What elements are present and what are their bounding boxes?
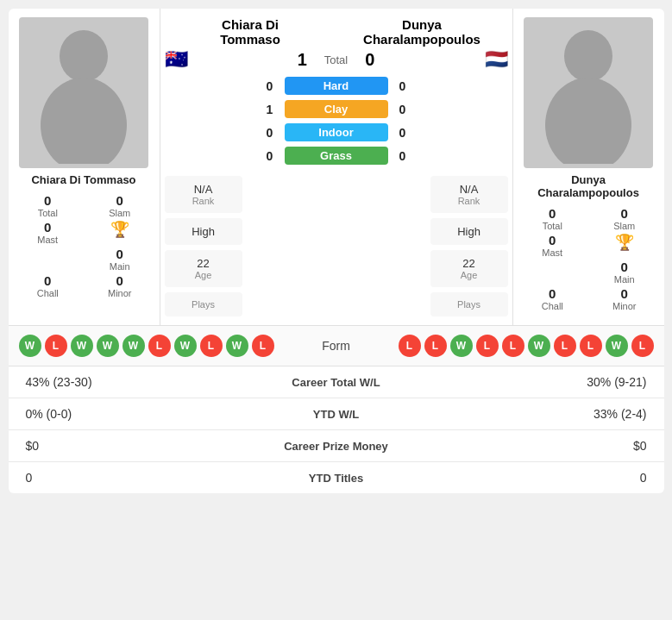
p1-total-score: 1 bbox=[298, 50, 307, 70]
high-stats: High High bbox=[165, 218, 508, 245]
player2-chall: 0 bbox=[549, 286, 556, 301]
stats-right-3: 0 bbox=[423, 471, 647, 485]
grass-row: 0 Grass 0 bbox=[165, 147, 508, 165]
form-badge: W bbox=[97, 335, 119, 357]
player2-minor: 0 bbox=[621, 286, 628, 301]
stats-left-1: 0% (0-0) bbox=[26, 407, 250, 421]
p1-plays-label: Plays bbox=[192, 299, 215, 310]
p1-high-val: High bbox=[192, 225, 215, 238]
player2-slam-label: Slam bbox=[613, 221, 635, 231]
player1-section: Chiara Di Tommaso 0 Total 0 Slam 0 Mast … bbox=[9, 9, 160, 325]
p1-flag-score: 🇦🇺 bbox=[165, 48, 188, 71]
stats-row: 0% (0-0)YTD W/L33% (2-4) bbox=[9, 398, 664, 430]
form-badge: L bbox=[424, 335, 447, 357]
stats-right-1: 33% (2-4) bbox=[423, 407, 647, 421]
player2-mast-label: Mast bbox=[542, 247, 562, 258]
p2-name-center: DunyaCharalampopoulos bbox=[336, 17, 508, 47]
age-stats: 22 Age 22 Age bbox=[165, 250, 508, 287]
hard-row: 0 Hard 0 bbox=[165, 77, 508, 95]
p1-rank-val: N/A bbox=[194, 183, 213, 196]
player2-slam-cell: 0 Slam bbox=[592, 206, 657, 231]
player2-minor-cell: 0 Minor bbox=[592, 286, 657, 311]
p1-rank-stat: N/A Rank bbox=[165, 176, 242, 213]
clay-row: 1 Clay 0 bbox=[165, 100, 508, 118]
player2-mast: 0 bbox=[549, 233, 556, 247]
player2-slam: 0 bbox=[621, 206, 628, 221]
stats-center-0: Career Total W/L bbox=[250, 376, 423, 389]
svg-point-3 bbox=[545, 78, 631, 164]
form-badge: W bbox=[71, 335, 93, 357]
p2-flag-score: 🇳🇱 bbox=[485, 48, 508, 71]
p2-plays-stat: Plays bbox=[430, 292, 508, 316]
stats-right-2: $0 bbox=[423, 439, 647, 453]
form-badge: W bbox=[528, 335, 550, 357]
stats-section: 43% (23-30)Career Total W/L30% (9-21)0% … bbox=[9, 366, 664, 493]
total-scores: 1 Total 0 bbox=[298, 50, 375, 70]
player1-main-cell: 0 Main bbox=[87, 247, 153, 272]
form-badge: W bbox=[450, 335, 473, 357]
p2-high-stat: High bbox=[430, 218, 508, 245]
hard-badge: Hard bbox=[285, 77, 388, 95]
stats-center-2: Career Prize Money bbox=[250, 440, 423, 453]
p2-form-badges: LLWLLWLLWL bbox=[388, 335, 654, 357]
p2-high-val: High bbox=[457, 225, 480, 238]
player1-main-label: Main bbox=[110, 261, 130, 272]
player1-total-cell: 0 Total bbox=[16, 193, 81, 218]
form-badge: L bbox=[200, 335, 223, 357]
indoor-row: 0 Indoor 0 bbox=[165, 123, 508, 141]
p2-total-score: 0 bbox=[365, 50, 374, 70]
form-row: WLWWWLWLWL Form LLWLLWLLWL bbox=[9, 326, 664, 366]
p1-name-center: Chiara DiTommaso bbox=[165, 17, 336, 47]
form-badge: W bbox=[174, 335, 197, 357]
p2-plays-label: Plays bbox=[457, 299, 480, 310]
plays-stats: Plays Plays bbox=[165, 292, 508, 316]
player2-total-label: Total bbox=[543, 221, 562, 231]
indoor-right: 0 bbox=[395, 126, 411, 140]
form-badge: L bbox=[252, 335, 274, 357]
stats-right-0: 30% (9-21) bbox=[423, 375, 647, 389]
player2-section: Dunya Charalampopoulos 0 Total 0 Slam 0 … bbox=[513, 9, 664, 325]
player1-total-label: Total bbox=[38, 208, 58, 218]
clay-right: 0 bbox=[395, 103, 411, 116]
form-badge: W bbox=[606, 335, 628, 357]
clay-badge: Clay bbox=[285, 100, 388, 118]
player1-minor: 0 bbox=[116, 273, 123, 288]
p1-form-badges: WLWWWLWLWL bbox=[19, 335, 285, 357]
player1-slam: 0 bbox=[116, 193, 123, 208]
trophy-icon-1: 🏆 bbox=[110, 220, 129, 239]
form-badge: L bbox=[45, 335, 67, 357]
player2-mast-cell: 0 Mast bbox=[520, 233, 586, 258]
player2-total: 0 bbox=[549, 206, 556, 221]
svg-point-1 bbox=[41, 78, 127, 164]
form-badge: L bbox=[554, 335, 576, 357]
trophy-icon-2: 🏆 bbox=[615, 233, 634, 252]
player2-total-cell: 0 Total bbox=[520, 206, 586, 231]
player2-photo bbox=[524, 17, 653, 168]
player1-photo bbox=[19, 17, 148, 168]
player1-main: 0 bbox=[116, 247, 123, 261]
svg-point-2 bbox=[564, 30, 612, 82]
form-badge: L bbox=[631, 335, 654, 357]
form-badge: L bbox=[148, 335, 171, 357]
total-section: 1 Total 0 bbox=[298, 50, 375, 70]
p1-plays-stat: Plays bbox=[165, 292, 242, 316]
stats-row: $0Career Prize Money$0 bbox=[9, 430, 664, 462]
player1-chall: 0 bbox=[44, 273, 51, 288]
player2-main-cell: 0 Main bbox=[592, 260, 657, 285]
p2-age-val: 22 bbox=[462, 257, 474, 270]
stats-center-3: YTD Titles bbox=[250, 472, 423, 485]
stats-row: 0YTD Titles0 bbox=[9, 462, 664, 493]
stats-left-3: 0 bbox=[26, 471, 250, 485]
form-badge: W bbox=[19, 335, 41, 357]
player2-main: 0 bbox=[621, 260, 628, 274]
p2-rank-stat: N/A Rank bbox=[430, 176, 508, 213]
flags-total-row: 🇦🇺 1 Total 0 🇳🇱 bbox=[165, 48, 508, 71]
p1-rank-label: Rank bbox=[192, 196, 215, 206]
player1-name: Chiara Di Tommaso bbox=[31, 173, 135, 186]
p1-age-val: 22 bbox=[197, 257, 209, 270]
hard-left: 0 bbox=[262, 79, 278, 93]
grass-right: 0 bbox=[395, 149, 411, 163]
player1-minor-cell: 0 Minor bbox=[87, 273, 153, 298]
player1-minor-label: Minor bbox=[108, 288, 132, 298]
player1-chall-label: Chall bbox=[37, 288, 59, 298]
